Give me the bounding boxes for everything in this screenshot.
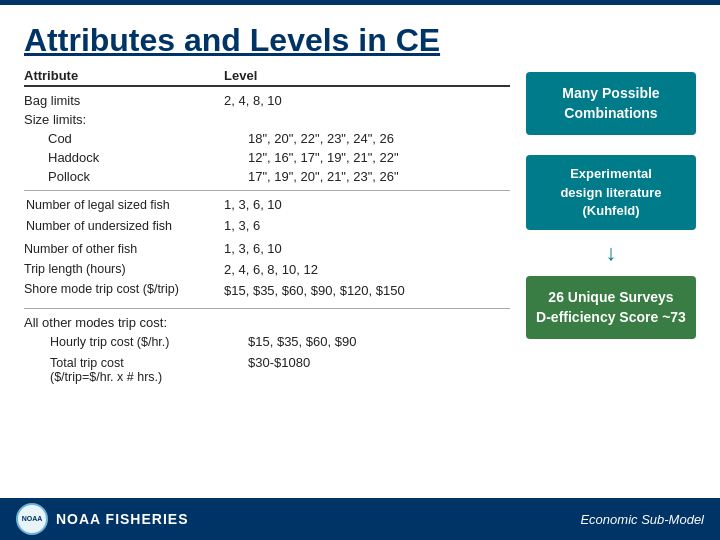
value-trip-length: 2, 4, 6, 8, 10, 12 (224, 260, 510, 281)
value-undersized-fish: 1, 3, 6 (224, 218, 510, 233)
table-row: Number of undersized fish 1, 3, 6 (24, 218, 510, 233)
attr-size-limits: Size limits: (24, 112, 224, 127)
attr-bag-limits: Bag limits (24, 93, 224, 108)
all-other-label: All other modes trip cost: (24, 315, 510, 330)
table-row: Size limits: (24, 112, 510, 127)
table-row: Haddock 12", 16", 17", 19", 21", 22" (24, 150, 510, 165)
value-hourly-cost: $15, $35, $60, $90 (248, 334, 510, 349)
value-shore-cost: $15, $35, $60, $90, $120, $150 (224, 281, 510, 302)
value-legal-fish: 1, 3, 6, 10 (224, 197, 510, 212)
footer-bar: NOAA NOAA FISHERIES Economic Sub-Model (0, 498, 720, 540)
level-cod: 18", 20", 22", 23", 24", 26 (248, 131, 510, 146)
arrow-down-icon: ↓ (526, 242, 696, 264)
label-shore-cost: Shore mode trip cost ($/trip) (24, 279, 224, 299)
label-trip-length: Trip length (hours) (24, 259, 224, 279)
label-undersized-fish: Number of undersized fish (24, 219, 224, 233)
table-header: Attribute Level (24, 68, 510, 87)
noaa-circle-logo: NOAA (16, 503, 48, 535)
level-header: Level (224, 68, 510, 83)
value-other-fish: 1, 3, 6, 10 (224, 239, 510, 260)
left-column: Attribute Level Bag limits 2, 4, 8, 10 S… (24, 68, 510, 389)
label-legal-fish: Number of legal sized fish (24, 198, 224, 212)
noaa-fisheries-label: NOAA FISHERIES (56, 511, 189, 527)
table-row: Total trip cost ($/trip=$/hr. x # hrs.) … (24, 355, 510, 384)
box-experimental-design: Experimental design literature (Kuhfeld) (526, 155, 696, 230)
table-row: Number of legal sized fish 1, 3, 6, 10 (24, 197, 510, 212)
page-title: Attributes and Levels in CE (24, 23, 696, 58)
attr-pollock: Pollock (48, 169, 248, 184)
divider (24, 308, 510, 309)
table-row: Cod 18", 20", 22", 23", 24", 26 (24, 131, 510, 146)
level-pollock: 17", 19", 20", 21", 23", 26" (248, 169, 510, 184)
label-other-fish: Number of other fish (24, 239, 224, 259)
attr-haddock: Haddock (48, 150, 248, 165)
attribute-header: Attribute (24, 68, 224, 83)
table-row: Bag limits 2, 4, 8, 10 (24, 93, 510, 108)
noaa-logo: NOAA NOAA FISHERIES (16, 503, 189, 535)
level-haddock: 12", 16", 17", 19", 21", 22" (248, 150, 510, 165)
multi-labels: Number of other fish Trip length (hours)… (24, 239, 224, 299)
columns-wrapper: Attribute Level Bag limits 2, 4, 8, 10 S… (24, 68, 696, 389)
footer-right-text: Economic Sub-Model (580, 512, 704, 527)
table-row-group: Number of other fish Trip length (hours)… (24, 239, 510, 301)
table-row: Hourly trip cost ($/hr.) $15, $35, $60, … (24, 334, 510, 349)
table-row: Pollock 17", 19", 20", 21", 23", 26" (24, 169, 510, 184)
box-many-combinations: Many Possible Combinations (526, 72, 696, 135)
right-column: Many Possible Combinations Experimental … (526, 68, 696, 389)
attr-cod: Cod (48, 131, 248, 146)
level-bag-limits: 2, 4, 8, 10 (224, 93, 510, 108)
main-content: Attributes and Levels in CE Attribute Le… (0, 5, 720, 400)
label-total-cost: Total trip cost ($/trip=$/hr. x # hrs.) (48, 356, 248, 384)
value-total-cost: $30-$1080 (248, 355, 510, 370)
multi-values: 1, 3, 6, 10 2, 4, 6, 8, 10, 12 $15, $35,… (224, 239, 510, 301)
divider (24, 190, 510, 191)
label-hourly-cost: Hourly trip cost ($/hr.) (48, 335, 248, 349)
box-unique-surveys: 26 Unique Surveys D-efficiency Score ~73 (526, 276, 696, 339)
